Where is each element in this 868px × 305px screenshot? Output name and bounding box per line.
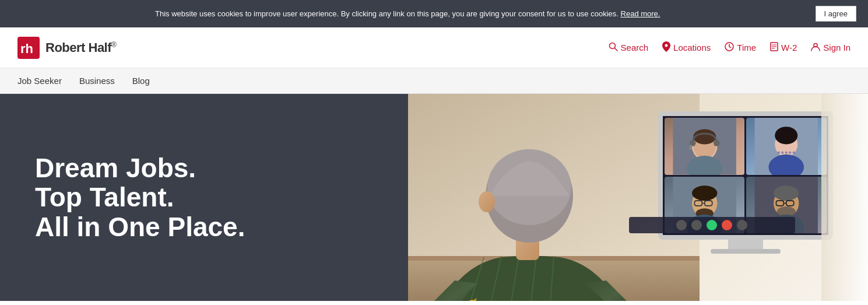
logo-trademark: ®	[111, 40, 116, 48]
ctrl-decline	[722, 220, 732, 230]
svg-line-3	[614, 48, 617, 51]
cookie-agree-button[interactable]: I agree	[816, 6, 856, 22]
video-cell-2	[746, 118, 827, 175]
svg-point-43	[782, 151, 784, 153]
hero-background	[408, 94, 868, 301]
svg-point-45	[789, 151, 792, 153]
cookie-message: This website uses cookies to improve use…	[12, 9, 804, 18]
signin-label: Sign In	[823, 43, 851, 52]
ctrl-mic	[676, 220, 687, 230]
svg-point-46	[793, 151, 795, 153]
time-label: Time	[737, 43, 756, 52]
ctrl-camera	[691, 220, 702, 230]
w2-label: W-2	[781, 43, 797, 52]
hero-line3: All in One Place.	[35, 212, 245, 242]
monitor	[658, 111, 833, 254]
hero-image-panel	[408, 94, 868, 301]
locations-label: Locations	[673, 43, 711, 52]
window-light	[821, 94, 868, 301]
signin-icon	[811, 42, 820, 54]
cookie-banner: This website uses cookies to improve use…	[0, 0, 868, 27]
svg-point-32	[693, 129, 716, 145]
w2-icon	[770, 42, 778, 54]
logo-icon: rh	[17, 37, 40, 59]
svg-point-24	[479, 191, 495, 212]
call-controls-bar	[629, 217, 795, 233]
svg-point-40	[775, 127, 798, 144]
hero-section: Dream Jobs. Top Talent. All in One Place…	[0, 94, 868, 301]
monitor-stand	[728, 240, 763, 249]
sub-nav: Job Seeker Business Blog	[0, 68, 868, 94]
monitor-base	[711, 249, 781, 254]
time-icon	[725, 42, 734, 54]
svg-point-35	[714, 140, 720, 146]
svg-line-6	[729, 47, 731, 48]
hero-text-panel: Dream Jobs. Top Talent. All in One Place…	[0, 94, 408, 301]
site-header: rh Robert Half® Search Locations	[0, 27, 868, 68]
video-cell-1	[665, 118, 745, 175]
nav-signin[interactable]: Sign In	[811, 42, 851, 54]
subnav-business[interactable]: Business	[79, 70, 115, 92]
ctrl-accept	[707, 220, 717, 230]
top-nav: Search Locations Time	[609, 41, 851, 54]
person-silhouette	[408, 94, 700, 301]
svg-point-42	[778, 151, 780, 153]
svg-point-57	[774, 185, 799, 201]
svg-point-49	[692, 185, 717, 201]
subnav-blog[interactable]: Blog	[132, 70, 150, 92]
search-icon	[609, 42, 618, 54]
hero-line2: Top Talent.	[35, 182, 174, 212]
search-label: Search	[621, 43, 649, 52]
nav-w2[interactable]: W-2	[770, 42, 797, 54]
nav-search[interactable]: Search	[609, 42, 649, 54]
svg-point-44	[785, 151, 788, 153]
svg-rect-36	[690, 145, 692, 150]
logo-text: Robert Half®	[45, 40, 116, 55]
location-icon	[662, 41, 670, 54]
cookie-text: This website uses cookies to improve use…	[155, 9, 619, 18]
subnav-job-seeker[interactable]: Job Seeker	[17, 70, 62, 92]
nav-time[interactable]: Time	[725, 42, 756, 54]
cookie-read-more-link[interactable]: Read more.	[621, 9, 660, 18]
nav-locations[interactable]: Locations	[662, 41, 711, 54]
hero-line1: Dream Jobs.	[35, 153, 196, 183]
hero-text: Dream Jobs. Top Talent. All in One Place…	[35, 153, 245, 242]
logo[interactable]: rh Robert Half®	[17, 37, 116, 59]
ctrl-more	[737, 220, 747, 230]
svg-text:rh: rh	[20, 41, 33, 56]
hero-heading: Dream Jobs. Top Talent. All in One Place…	[35, 153, 245, 242]
logo-name: Robert Half	[45, 40, 111, 55]
